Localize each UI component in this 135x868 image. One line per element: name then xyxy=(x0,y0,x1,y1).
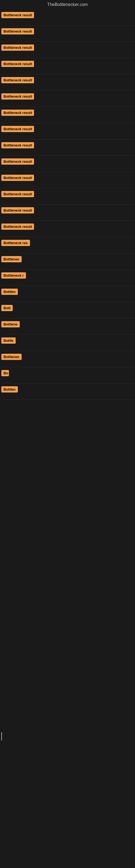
bottleneck-badge: Bottlene xyxy=(1,321,20,328)
site-title: TheBottlenecker.com xyxy=(0,0,135,9)
bottleneck-badge: Bottlenec xyxy=(1,256,21,262)
bottleneck-row: Bottlen xyxy=(0,286,135,302)
bottleneck-row: Bottleneck result xyxy=(0,9,135,26)
bottleneck-badge: Bottleneck result xyxy=(1,126,34,132)
bottleneck-row: Bottleneck result xyxy=(0,156,135,172)
bottleneck-badge: Bottleneck result xyxy=(1,77,34,83)
bottleneck-row: Bottleneck result xyxy=(0,140,135,156)
bottleneck-row: Bottleneck result xyxy=(0,107,135,123)
bottleneck-row: Bott xyxy=(0,302,135,318)
bottleneck-row: Bottleneck result xyxy=(0,74,135,91)
bottleneck-row: Bottlenec xyxy=(0,351,135,367)
bottleneck-row: Bottleneck result xyxy=(0,188,135,205)
bottleneck-row: Bottleneck result xyxy=(0,172,135,188)
bottleneck-badge: Bo xyxy=(1,370,9,376)
bottleneck-row: Bottleneck r xyxy=(0,270,135,286)
bottleneck-row: Bottleneck result xyxy=(0,58,135,74)
bottleneck-row: Bottleneck res xyxy=(0,237,135,253)
bottleneck-badge: Bottlen xyxy=(1,289,18,295)
site-title-bar: TheBottlenecker.com xyxy=(0,0,135,9)
bottleneck-badge: Bottleneck result xyxy=(1,28,34,34)
bottleneck-badge: Bottleneck result xyxy=(1,44,34,51)
bottleneck-row: Bottle xyxy=(0,335,135,351)
bottleneck-row: Bottleneck result xyxy=(0,42,135,58)
bottleneck-badge: Bottleneck r xyxy=(1,272,26,279)
bottleneck-row: Bottlene xyxy=(0,318,135,335)
bottleneck-row: Bo xyxy=(0,367,135,383)
bottleneck-badge: Bottleneck result xyxy=(1,175,34,181)
bottleneck-row: Bottleneck result xyxy=(0,26,135,42)
bottleneck-badge: Bottleneck result xyxy=(1,142,34,148)
bottleneck-row: Bottleneck result xyxy=(0,205,135,221)
bottleneck-badge: Bottleneck result xyxy=(1,158,34,165)
bottleneck-row: Bottleneck result xyxy=(0,91,135,107)
bottleneck-badge: Bottleneck result xyxy=(1,191,34,197)
bottleneck-badge: Bottleneck result xyxy=(1,223,34,230)
bottleneck-badge: Bottleneck result xyxy=(1,61,34,67)
bottleneck-row: Bottleneck result xyxy=(0,221,135,237)
bottleneck-row: Bottlen xyxy=(0,383,135,400)
bottleneck-badge: Bottleneck result xyxy=(1,110,34,116)
bottleneck-badge: Bottleneck result xyxy=(1,93,34,99)
bottleneck-badge: Bottleneck res xyxy=(1,240,30,246)
bottleneck-badge: Bottleneck result xyxy=(1,12,34,18)
bottleneck-badge: Bottle xyxy=(1,337,16,344)
bottleneck-badge: Bott xyxy=(1,305,13,311)
rows-container: Bottleneck resultBottleneck resultBottle… xyxy=(0,9,135,400)
bottleneck-row: Bottleneck result xyxy=(0,123,135,140)
bottleneck-row: Bottlenec xyxy=(0,253,135,270)
bottleneck-badge: Bottlen xyxy=(1,386,18,393)
cursor-line xyxy=(1,733,2,741)
bottleneck-badge: Bottleneck result xyxy=(1,207,34,214)
bottleneck-badge: Bottlenec xyxy=(1,354,21,360)
